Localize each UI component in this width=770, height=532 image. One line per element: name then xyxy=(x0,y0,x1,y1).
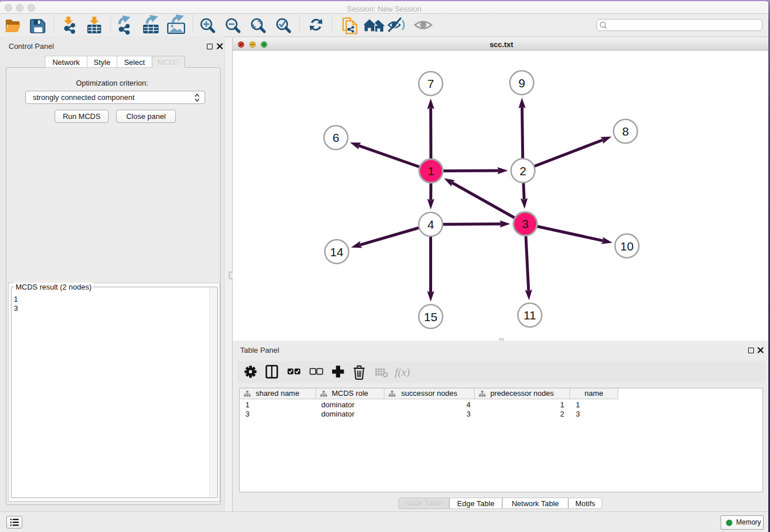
svg-text:2: 2 xyxy=(519,164,526,178)
svg-text:3: 3 xyxy=(522,217,529,230)
svg-text:11: 11 xyxy=(523,309,536,322)
svg-text:6: 6 xyxy=(333,131,340,144)
svg-text:7: 7 xyxy=(428,77,434,90)
svg-text:15: 15 xyxy=(424,310,437,323)
svg-text:14: 14 xyxy=(330,245,344,259)
svg-text:1: 1 xyxy=(428,164,434,178)
svg-text:4: 4 xyxy=(428,218,434,231)
svg-text:9: 9 xyxy=(518,76,525,90)
svg-text:8: 8 xyxy=(622,125,629,138)
svg-text:f(x): f(x) xyxy=(395,366,410,379)
svg-text:10: 10 xyxy=(620,240,633,253)
